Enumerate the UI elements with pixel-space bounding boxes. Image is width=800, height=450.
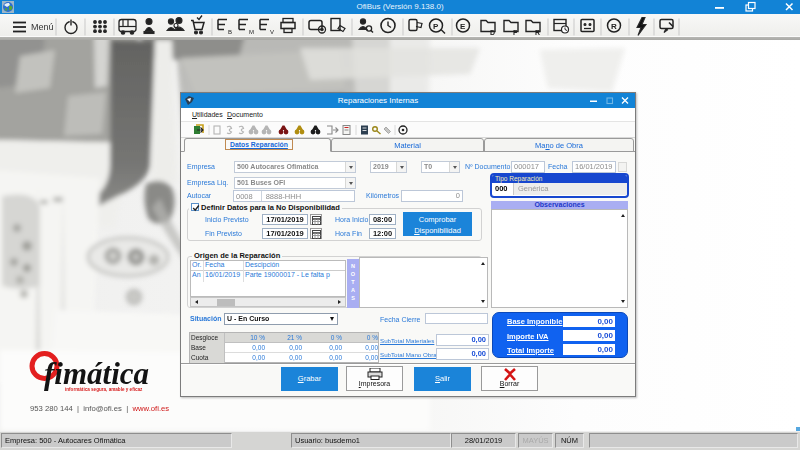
svg-text:E: E [460,22,466,31]
svg-text:M: M [249,29,254,35]
svg-text:B: B [228,29,232,35]
svg-text:R: R [611,22,617,31]
svg-text:R: R [535,29,540,36]
svg-text:informática segura, amable y e: informática segura, amable y eficaz [65,387,143,392]
svg-text:P: P [433,22,439,31]
svg-text:F: F [513,29,518,36]
svg-text:V: V [270,29,274,35]
svg-text:D: D [490,29,495,36]
